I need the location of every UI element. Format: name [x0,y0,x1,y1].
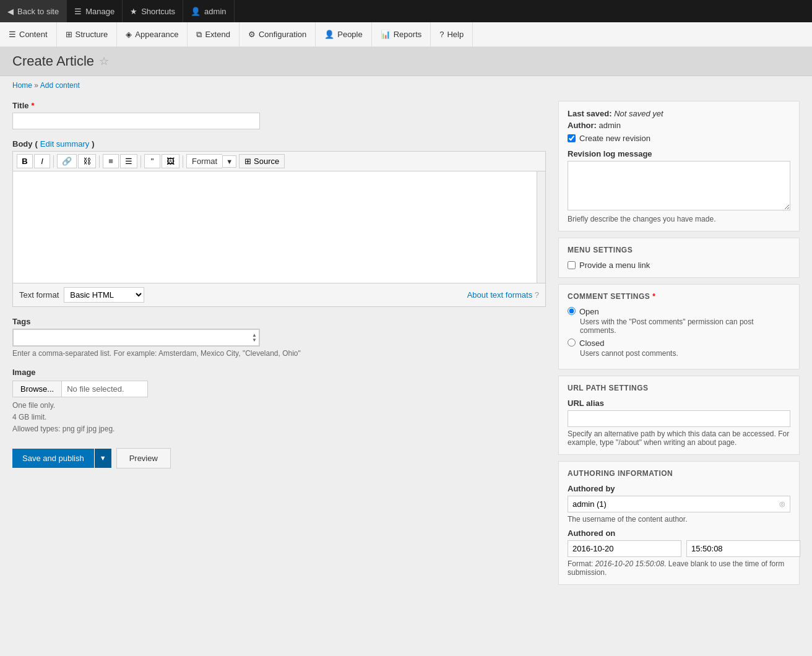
shortcuts-link[interactable]: ★ Shortcuts [123,0,183,22]
page-title: Create Article ☆ [12,53,800,69]
format-dropdown: Format ▼ [186,154,236,168]
manage-link[interactable]: ☰ Manage [67,0,123,22]
save-publish-button[interactable]: Save and publish [12,449,94,468]
authored-on-row [568,540,790,557]
comment-settings-title: COMMENT SETTINGS * [568,292,790,301]
tags-input[interactable] [13,329,259,346]
nav-reports[interactable]: 📊 Reports [372,22,431,46]
tags-field-group: Tags ▲ ▼ Enter a comma-separated list. F… [12,317,546,358]
revision-hint: Briefly describe the changes you have ma… [568,215,790,223]
image-label: Image [12,368,546,377]
revision-log-input[interactable] [568,161,790,210]
comment-open-radio[interactable] [568,307,576,315]
toolbar-sep-1 [53,155,54,168]
format-dropdown-main[interactable]: Format [186,154,222,168]
nav-people[interactable]: 👤 People [316,22,371,46]
help-circle-icon: ? [535,290,539,300]
nav-content[interactable]: ☰ Content [0,22,57,46]
about-formats-link[interactable]: About text formats ? [467,290,539,300]
back-to-site-label: Back to site [17,7,59,16]
structure-icon: ⊞ [66,30,72,39]
manage-icon: ☰ [74,7,82,16]
favorite-star-icon[interactable]: ☆ [99,54,109,68]
body-field-group: Body ( Edit summary ) B I 🔗 ⛓ ≡ [12,139,546,307]
numbered-list-button[interactable]: ☰ [120,154,137,168]
save-publish-dropdown-arrow[interactable]: ▼ [94,449,111,468]
unlink-button[interactable]: ⛓ [78,154,96,168]
last-saved: Last saved: Not saved yet [568,109,790,118]
source-icon: ⊞ [244,157,251,166]
authored-on-time-input[interactable] [686,540,800,557]
title-label: Title * [12,101,546,110]
url-alias-label: URL alias [568,399,790,408]
action-buttons: Save and publish ▼ Preview [12,448,546,468]
shortcuts-label: Shortcuts [141,7,175,16]
nav-structure[interactable]: ⊞ Structure [57,22,118,46]
user-icon: 👤 [191,7,201,16]
url-path-section: URL PATH SETTINGS URL alias Specify an a… [558,376,800,455]
save-info-section: Last saved: Not saved yet Author: admin … [558,101,800,231]
authored-by-hint: The username of the content author. [568,515,790,524]
page-wrapper: Create Article ☆ Home » Add content Titl… [0,47,812,656]
menu-check-row: Provide a menu link [568,261,790,270]
file-hint: One file only. 4 GB limit. Allowed types… [12,400,546,436]
menu-settings-section: MENU SETTINGS Provide a menu link [558,238,800,278]
url-alias-input[interactable] [568,410,790,427]
format-dropdown-arrow[interactable]: ▼ [222,155,236,168]
title-required: * [32,101,35,110]
people-icon: 👤 [324,30,334,39]
comment-closed-hint: Users cannot post comments. [580,349,790,358]
page-header: Create Article ☆ [0,47,812,76]
text-format-select[interactable]: Basic HTML Full HTML Restricted HTML Pla… [64,287,144,303]
provide-menu-link-checkbox[interactable] [568,261,576,269]
italic-button[interactable]: I [34,154,50,168]
manage-label: Manage [85,7,114,16]
title-input[interactable] [12,113,260,129]
link-button[interactable]: 🔗 [57,154,77,168]
url-path-title: URL PATH SETTINGS [568,384,790,392]
admin-label: admin [204,7,226,16]
content-area: Title * Body ( Edit summary ) B I [0,95,812,656]
comment-closed-radio[interactable] [568,339,576,347]
image-field-group: Image Browse... No file selected. One fi… [12,368,546,436]
content-icon: ☰ [9,30,16,39]
nav-extend[interactable]: ⧉ Extend [188,22,239,46]
bold-button[interactable]: B [17,154,33,168]
home-link[interactable]: Home [12,81,32,90]
authoring-title: AUTHORING INFORMATION [568,469,790,478]
add-content-link[interactable]: Add content [40,81,80,90]
text-format-label: Text format [19,290,59,300]
image-button[interactable]: 🖼 [162,154,179,168]
editor-toolbar: B I 🔗 ⛓ ≡ ☰ " 🖼 Format [13,152,545,171]
extend-icon: ⧉ [196,30,202,40]
comment-open-hint: Users with the "Post comments" permissio… [580,317,790,335]
back-to-site-link[interactable]: ◀ Back to site [0,0,67,22]
editor-body[interactable] [13,171,545,283]
save-publish-group: Save and publish ▼ [12,449,111,468]
nav-appearance[interactable]: ◈ Appearance [117,22,188,46]
nav-bar: ☰ Content ⊞ Structure ◈ Appearance ⧉ Ext… [0,22,812,47]
editor-scrollbar[interactable] [537,171,545,283]
authored-on-date-input[interactable] [568,540,681,557]
authored-by-label: Authored by [568,484,790,493]
bullet-list-button[interactable]: ≡ [103,154,119,168]
admin-user-link[interactable]: 👤 admin [183,0,234,22]
preview-button[interactable]: Preview [116,448,171,468]
nav-help[interactable]: ? Help [431,22,473,46]
editor-wrapper: B I 🔗 ⛓ ≡ ☰ " 🖼 Format [12,151,546,307]
source-button[interactable]: ⊞ Source [239,154,285,168]
tags-label: Tags [12,317,546,326]
nav-configuration[interactable]: ⚙ Configuration [240,22,316,46]
comment-closed-option: Closed Users cannot post comments. [568,339,790,358]
toolbar-sep-3 [140,155,141,168]
create-revision-row: Create new revision [568,134,790,143]
blockquote-button[interactable]: " [144,154,160,168]
sidebar: Last saved: Not saved yet Author: admin … [558,101,800,650]
star-icon: ★ [130,7,137,16]
authored-by-input[interactable] [572,499,779,509]
edit-summary-link[interactable]: Edit summary [40,139,89,149]
authored-on-label: Authored on [568,529,790,538]
file-name-display: No file selected. [61,381,148,397]
browse-button[interactable]: Browse... [12,381,61,397]
create-revision-checkbox[interactable] [568,134,576,142]
